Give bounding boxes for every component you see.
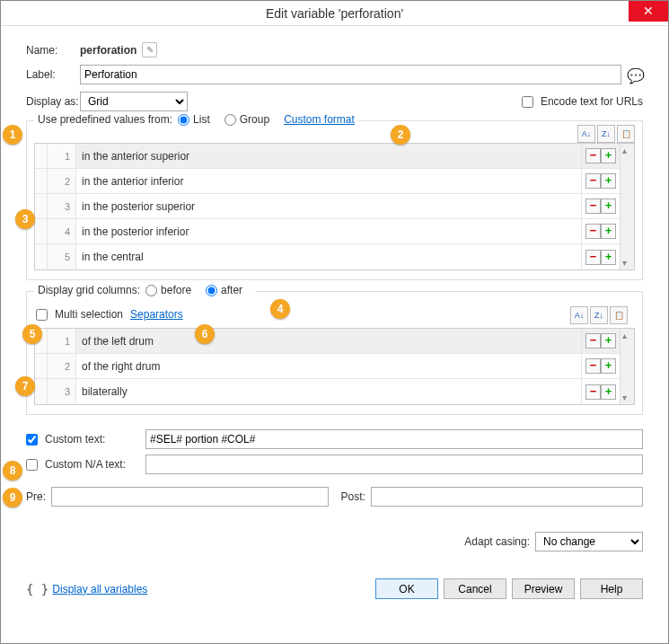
custom-text-input[interactable] <box>145 429 643 449</box>
remove-row-button[interactable]: − <box>585 224 601 239</box>
add-row-button[interactable]: + <box>601 198 616 214</box>
encode-urls-checkbox[interactable]: Encode text for URLs <box>522 95 643 108</box>
multi-selection-checkbox[interactable]: Multi selection <box>36 308 123 321</box>
add-row-button[interactable]: + <box>601 173 616 189</box>
values-list-1: 1in the anterior superior−+2in the anter… <box>34 143 635 270</box>
drag-handle[interactable] <box>35 354 48 378</box>
sort-az-button-2[interactable]: A↓ <box>570 306 588 324</box>
add-row-button[interactable]: + <box>601 148 616 163</box>
post-input[interactable] <box>371 487 643 507</box>
scrollbar[interactable]: ▴▾ <box>620 329 634 404</box>
remove-row-button[interactable]: − <box>585 358 601 374</box>
drag-handle[interactable] <box>35 244 48 269</box>
pre-input[interactable] <box>51 487 328 507</box>
row-number: 1 <box>48 144 76 168</box>
drag-handle[interactable] <box>35 169 48 193</box>
list-item[interactable]: 3in the posterior superior−+ <box>35 194 620 219</box>
encode-urls-label: Encode text for URLs <box>541 95 643 108</box>
callout-5: 5 <box>22 324 42 344</box>
grid-columns-fieldset: Display grid columns: before after Multi… <box>26 291 643 415</box>
custom-na-input[interactable] <box>145 454 643 474</box>
list-item[interactable]: 2in the anterior inferior−+ <box>35 169 620 194</box>
label-input[interactable] <box>80 65 621 84</box>
remove-row-button[interactable]: − <box>585 148 601 163</box>
add-row-button[interactable]: + <box>601 224 616 239</box>
display-all-variables-link[interactable]: Display all variables <box>52 583 147 595</box>
name-value: perforation <box>80 44 136 57</box>
post-label: Post: <box>341 490 365 503</box>
drag-handle[interactable] <box>35 144 48 168</box>
help-button[interactable]: Help <box>580 578 643 599</box>
callout-9: 9 <box>3 488 22 507</box>
close-button[interactable]: ✕ <box>629 1 668 22</box>
radio-after-input[interactable] <box>206 285 217 296</box>
list-item[interactable]: 1of the left drum−+ <box>35 329 620 354</box>
row-number: 2 <box>48 169 76 193</box>
predefined-values-fieldset: Use predefined values from: List Group C… <box>26 120 643 280</box>
separators-link[interactable]: Separators <box>130 308 183 321</box>
add-row-button[interactable]: + <box>601 333 616 348</box>
list-item[interactable]: 5in the central−+ <box>35 244 620 269</box>
values-list-2: 1of the left drum−+2of the right drum−+3… <box>34 328 635 405</box>
braces-icon: { } <box>26 582 48 596</box>
sort-za-button-2[interactable]: Z↓ <box>590 306 608 324</box>
radio-before-input[interactable] <box>145 285 157 296</box>
list-item[interactable]: 2of the right drum−+ <box>35 354 620 379</box>
row-value[interactable]: of the right drum <box>76 354 582 378</box>
preview-button[interactable]: Preview <box>512 578 575 599</box>
add-row-button[interactable]: + <box>601 358 616 374</box>
row-number: 5 <box>48 244 76 269</box>
radio-after[interactable]: after <box>206 284 242 296</box>
comment-icon[interactable]: 💬 <box>627 67 643 82</box>
radio-group[interactable]: Group <box>224 113 269 126</box>
callout-8: 8 <box>3 461 22 481</box>
multi-selection-input[interactable] <box>36 309 48 321</box>
remove-row-button[interactable]: − <box>585 384 601 400</box>
custom-text-label: Custom text: <box>45 433 142 446</box>
row-value[interactable]: in the central <box>76 244 582 269</box>
display-as-select[interactable]: Grid <box>80 92 188 111</box>
custom-text-checkbox[interactable] <box>26 434 38 446</box>
list-item[interactable]: 1in the anterior superior−+ <box>35 144 620 169</box>
row-value[interactable]: bilaterally <box>76 379 582 404</box>
clipboard-button[interactable]: 📋 <box>617 125 635 143</box>
edit-name-icon[interactable]: ✎ <box>142 42 157 57</box>
drag-handle[interactable] <box>35 219 48 243</box>
remove-row-button[interactable]: − <box>585 250 601 265</box>
radio-list-input[interactable] <box>178 114 189 126</box>
encode-urls-input[interactable] <box>522 96 533 108</box>
custom-na-checkbox[interactable] <box>26 459 38 471</box>
row-value[interactable]: in the anterior inferior <box>76 169 582 193</box>
radio-group-input[interactable] <box>224 114 236 126</box>
sort-az-button[interactable]: A↓ <box>577 125 595 143</box>
remove-row-button[interactable]: − <box>585 198 601 214</box>
window-title: Edit variable 'perforation' <box>266 6 403 21</box>
row-value[interactable]: in the posterior superior <box>76 194 582 218</box>
sort-za-button[interactable]: Z↓ <box>597 125 615 143</box>
list-item[interactable]: 3bilaterally−+ <box>35 379 620 404</box>
pre-label: Pre: <box>26 490 46 503</box>
casing-select[interactable]: No change <box>535 532 643 551</box>
custom-format-link[interactable]: Custom format <box>284 113 355 126</box>
radio-list[interactable]: List <box>178 113 210 126</box>
remove-row-button[interactable]: − <box>585 333 601 348</box>
cancel-button[interactable]: Cancel <box>444 578 506 599</box>
row-number: 3 <box>48 194 76 218</box>
row-value[interactable]: of the left drum <box>76 329 582 353</box>
ok-button[interactable]: OK <box>375 578 438 599</box>
drag-handle[interactable] <box>35 379 48 404</box>
scrollbar[interactable]: ▴▾ <box>620 144 634 269</box>
clipboard-button-2[interactable]: 📋 <box>610 306 628 324</box>
add-row-button[interactable]: + <box>601 384 616 400</box>
callout-2: 2 <box>391 125 410 145</box>
predef-legend-text: Use predefined values from: <box>38 113 172 126</box>
drag-handle[interactable] <box>35 194 48 218</box>
radio-before[interactable]: before <box>145 284 191 296</box>
add-row-button[interactable]: + <box>601 250 616 265</box>
remove-row-button[interactable]: − <box>585 173 601 189</box>
list-item[interactable]: 4in the posterior inferior−+ <box>35 219 620 244</box>
titlebar: Edit variable 'perforation' ✕ <box>1 1 668 26</box>
row-value[interactable]: in the posterior inferior <box>76 219 582 243</box>
grid-cols-legend-text: Display grid columns: <box>38 284 140 296</box>
row-value[interactable]: in the anterior superior <box>76 144 582 168</box>
